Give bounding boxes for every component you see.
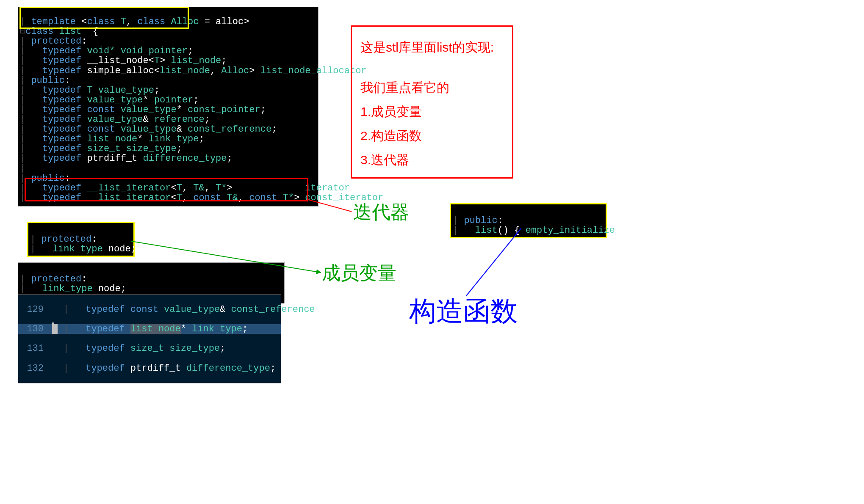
type: list [59,26,81,37]
fold-icon[interactable]: ⊟ [20,26,25,37]
line-number: 129 [18,305,52,314]
kw: typedef [42,183,81,193]
id: size_type [169,343,220,354]
id: node [98,284,121,294]
kw: typedef [42,114,81,125]
star: * [181,324,186,334]
type: T [177,193,182,203]
id: simple_alloc [87,66,154,76]
angle: < [81,17,87,27]
id: alloc [216,17,244,27]
note-line: 1.成员变量 [360,99,504,124]
type: T [154,55,160,66]
id: void_pointer [121,46,188,56]
star: * [137,134,143,144]
kw: typedef [86,363,125,374]
id: link_type [192,324,242,334]
kw: const [193,193,221,203]
paren: () [498,225,509,236]
type: value_type [87,114,143,125]
note-line: 3.迭代器 [360,148,504,172]
amp: & [177,124,182,135]
kw: typedef [86,324,125,334]
amp: & [143,114,148,125]
label-ctor: 构造函数 [409,293,518,330]
kw: const [87,124,115,135]
comma: , [182,193,193,203]
id: node [108,244,131,254]
brace: { [509,225,526,236]
kw: public [31,173,64,184]
kw: typedef [86,343,125,354]
kw: class [87,17,115,27]
ctor-block: | public: | list() { empty_initialize();… [450,203,607,238]
kw: class [137,17,165,27]
kw: typedef [42,193,81,203]
eq: = [199,17,216,27]
brace: { [81,26,98,37]
id: empty_initialize [526,225,615,236]
type: link_type [42,284,93,294]
type: __list_iterator [87,183,171,193]
kw: typedef [42,46,81,56]
colon: : [65,75,70,86]
type: T* [283,193,294,203]
kw: public [31,75,64,86]
id: value_type [98,85,154,96]
line-number: 131 [18,344,52,353]
colon: : [498,215,503,226]
kw: typedef [86,304,125,315]
kw-template: template [31,17,76,27]
type: T [121,17,126,27]
type: list_node [130,324,181,334]
line-number: 132 [18,364,52,373]
kw: typedef [42,95,81,105]
type: void* [87,46,115,56]
type: Alloc [171,17,199,27]
type: T [87,85,92,96]
id: difference_type [143,153,227,164]
type: size_t [130,343,164,354]
kw: typedef [42,55,81,66]
id: iterator [305,183,350,193]
amp: & [220,304,225,315]
type: T* [216,183,227,193]
brace: } [637,225,643,236]
svg-line-3 [466,229,521,296]
kw: typedef [42,153,81,164]
main-code-block: | template <class T, class Alloc = alloc… [18,7,318,207]
type: T& [193,183,204,193]
editor-snippet: 129 | typedef const value_type& const_re… [18,295,281,383]
colon: : [81,36,87,47]
type: list_node [160,66,210,76]
angle: > [160,55,165,66]
colon: : [81,274,87,284]
kw: typedef [42,134,81,144]
kw: typedef [42,66,81,76]
id: list_node [171,55,221,66]
note-panel: 这是stl库里面list的实现: 我们重点看它的 1.成员变量 2.构造函数 3… [351,25,513,179]
star: * [177,105,182,115]
type: value_type [121,124,177,135]
angle: > [227,183,233,193]
type: value_type [87,95,143,105]
angle: < [154,66,160,76]
type: list_node [87,134,137,144]
comma: , [126,17,137,27]
kw: const [87,105,115,115]
id: list [475,225,498,236]
id: difference_type [186,363,270,374]
note-line: 2.构造函数 [360,124,504,148]
type: T [177,183,182,193]
svg-marker-2 [316,269,321,274]
type: __list_iterator [87,193,171,203]
type: size_t [87,143,120,154]
note-line: 这是stl库里面list的实现: [360,35,504,59]
type: value_type [121,105,177,115]
type: value_type [164,304,220,315]
kw: typedef [42,85,81,96]
angle: < [149,55,154,66]
comma: , [238,193,249,203]
colon: : [91,234,97,245]
kw: typedef [42,105,81,115]
